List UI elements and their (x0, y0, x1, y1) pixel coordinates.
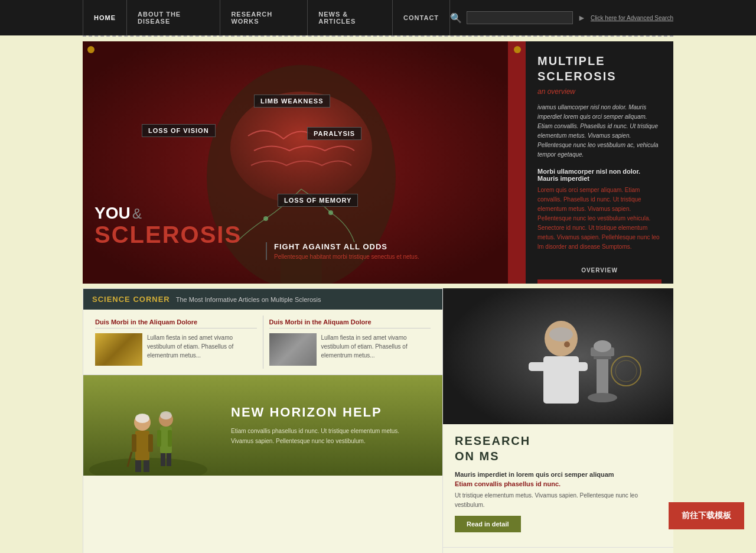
science-corner: SCIENCE CORNER The Most Informative Arti… (83, 288, 443, 553)
svg-rect-9 (135, 431, 149, 460)
article-2-item: Lullam fiesta in sed amet vivamo vestibu… (269, 333, 431, 366)
svg-rect-19 (161, 453, 165, 466)
advanced-search-link[interactable]: Click here for Advanced Search (591, 15, 673, 21)
hero-desc2-body: Lorem quis orci semper aliquam. Etiam co… (537, 186, 662, 252)
article-col-1: Duis Morbi in the Aliquam Dolore Lullam … (89, 315, 263, 369)
hero-disease-subtitle: an overview (537, 87, 662, 96)
research-author-link[interactable]: Etiam convallis phasellus id nunc. (455, 480, 662, 487)
symptoms-btn[interactable]: SYMPTOMS (537, 279, 662, 284)
article-2-text: Lullam fiesta in sed amet vivamo vestibu… (321, 333, 431, 360)
svg-rect-13 (144, 460, 149, 472)
svg-point-34 (564, 341, 570, 347)
hero-bottom-text: YOU & SCLEROSIS (94, 205, 242, 248)
download-button[interactable]: 前往下载模板 (669, 502, 744, 529)
svg-rect-12 (135, 460, 141, 472)
svg-rect-27 (594, 356, 611, 359)
svg-point-33 (549, 327, 573, 341)
hero-description: ivamus ullamcorper nisl non dolor. Mauri… (537, 103, 662, 160)
nav-about[interactable]: ABOUT THE DISEASE (127, 0, 220, 35)
svg-point-22 (160, 411, 172, 419)
separator-line (83, 35, 673, 37)
science-articles: Duis Morbi in the Aliquam Dolore Lullam … (83, 310, 442, 375)
pin-top-right (514, 46, 521, 53)
donate-section: DONATE (83, 375, 442, 476)
science-corner-subtitle: The Most Informative Articles on Multipl… (176, 296, 321, 303)
donate-people-image (83, 375, 213, 476)
research-body: Ut tristique elementum metus. Vivamus sa… (455, 491, 662, 510)
article-1-item: Lullam fiesta in sed amet vivamo vestibu… (95, 333, 257, 366)
science-corner-title: SCIENCE CORNER (92, 295, 170, 304)
hero-right-panel: MULTIPLE SCLEROSIS an overview ivamus ul… (526, 41, 673, 284)
svg-point-3 (263, 216, 268, 221)
svg-rect-10 (132, 434, 136, 452)
hero-amp-text: & (132, 206, 142, 222)
nav-wrapper: HOME ABOUT THE DISEASE RESEARCH WORKS NE… (0, 0, 756, 35)
hero-left: LIMB WEAKNESS PARALYSIS LOSS OF VISION L… (83, 41, 526, 284)
label-paralysis: PARALYSIS (307, 127, 361, 140)
bottom-section: SCIENCE CORNER The Most Informative Arti… (83, 288, 673, 553)
svg-point-26 (594, 340, 611, 352)
hero-fight-subtitle: Pellentesque habitant morbi tristique se… (274, 253, 419, 260)
horizon-text: Etiam convallis phasellus id nunc. Ut tr… (231, 426, 420, 446)
label-loss-of-memory: LOSS OF MEMORY (278, 194, 358, 207)
hero-nav-buttons: OVERVIEW SYMPTOMS CAUSE & EFFECT (537, 264, 662, 284)
hero-desc2-title: Morbi ullamcorper nisl non dolor. Mauris… (537, 168, 662, 182)
hero-section: LIMB WEAKNESS PARALYSIS LOSS OF VISION L… (83, 41, 673, 284)
svg-rect-20 (167, 453, 171, 466)
science-header: SCIENCE CORNER The Most Informative Arti… (83, 289, 442, 310)
research-ms-panel: RESEARCH ON MS Mauris imperdiet in lorem… (443, 288, 673, 553)
label-limb-weakness: LIMB WEAKNESS (254, 95, 330, 108)
svg-point-21 (135, 414, 149, 423)
nav-research[interactable]: RESEARCH WORKS (220, 0, 308, 35)
svg-point-2 (230, 92, 372, 204)
hero-fight-section: FIGHT AGAINST ALL ODDS Pellentesque habi… (266, 242, 419, 260)
research-image (443, 288, 673, 424)
nav: HOME ABOUT THE DISEASE RESEARCH WORKS NE… (83, 0, 450, 35)
hero-disease-title: MULTIPLE SCLEROSIS (537, 53, 662, 84)
svg-rect-31 (529, 362, 546, 371)
article-1-title: Duis Morbi in the Aliquam Dolore (95, 318, 257, 328)
svg-point-28 (588, 393, 617, 402)
research-content: RESEARCH ON MS Mauris imperdiet in lorem… (443, 424, 673, 547)
svg-rect-17 (157, 430, 161, 447)
header: HOME ABOUT THE DISEASE RESEARCH WORKS NE… (0, 0, 756, 35)
read-detail-button[interactable]: Read in detail (455, 516, 521, 532)
people-svg (83, 375, 213, 476)
research-title: RESEARCH ON MS (455, 433, 662, 464)
hero-sclerosis-text: SCLEROSIS (94, 222, 242, 248)
hero-fight-title: FIGHT AGAINST ALL ODDS (274, 242, 419, 251)
overview-btn[interactable]: OVERVIEW (537, 264, 662, 277)
nav-contact[interactable]: CONTACT (393, 0, 450, 35)
horizon-content: NEW HORIZON HELP Etiam convallis phasell… (213, 393, 442, 458)
search-area: 🔍 ► Click here for Advanced Search (450, 11, 673, 24)
report-section: THE REPORT Vehicula sed amet Fies lullam… (443, 547, 673, 553)
researcher-svg (443, 288, 673, 424)
article-1-thumb (95, 333, 142, 366)
article-1-text: Lullam fiesta in sed amet vivamo vestibu… (147, 333, 257, 360)
article-2-thumb (269, 333, 317, 366)
label-loss-of-vision: LOSS OF VISION (142, 124, 216, 137)
hero-you-text: YOU (94, 204, 131, 222)
article-col-2: Duis Morbi in the Aliquam Dolore Lullam … (263, 315, 437, 369)
search-arrow-icon[interactable]: ► (578, 13, 586, 22)
svg-point-4 (328, 210, 333, 215)
svg-rect-18 (168, 430, 172, 447)
nav-news[interactable]: NEWS & ARTICLES (308, 0, 393, 35)
nav-home[interactable]: HOME (83, 0, 127, 35)
svg-rect-11 (148, 434, 153, 452)
search-icon[interactable]: 🔍 (450, 12, 462, 24)
search-input[interactable] (467, 11, 573, 24)
research-author: Mauris imperdiet in lorem quis orci semp… (455, 471, 662, 478)
horizon-title: NEW HORIZON HELP (231, 405, 425, 420)
pin-top-left (87, 46, 94, 53)
article-2-title: Duis Morbi in the Aliquam Dolore (269, 318, 431, 328)
svg-rect-32 (570, 362, 588, 371)
